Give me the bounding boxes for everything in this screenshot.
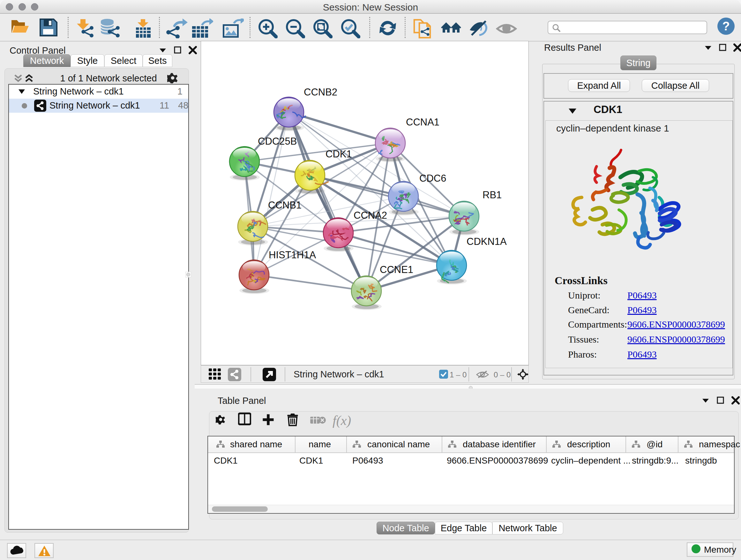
svg-text:CDKN1A: CDKN1A <box>467 236 507 247</box>
svg-text:CCNB1: CCNB1 <box>268 199 301 211</box>
svg-text:CCNA1: CCNA1 <box>406 117 440 128</box>
svg-text:RB1: RB1 <box>482 189 502 200</box>
svg-text:CDK1: CDK1 <box>326 148 352 160</box>
svg-text:CDC25B: CDC25B <box>258 136 297 147</box>
svg-text:HIST1H1A: HIST1H1A <box>269 249 316 260</box>
svg-text:?: ? <box>722 19 730 33</box>
svg-text:CDC6: CDC6 <box>419 173 446 184</box>
svg-text:CCNA2: CCNA2 <box>354 210 387 221</box>
svg-text:CCNB2: CCNB2 <box>304 86 337 98</box>
svg-text:CCNE1: CCNE1 <box>380 264 413 275</box>
